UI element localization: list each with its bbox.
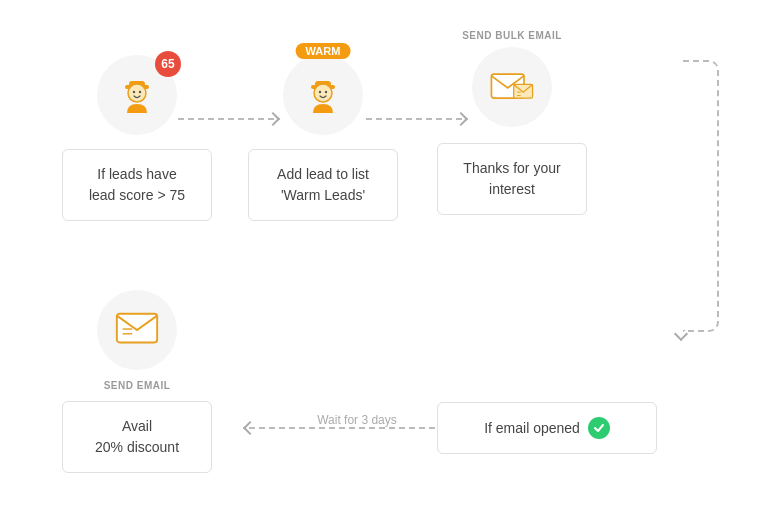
send-bulk-label: SEND BULK EMAIL xyxy=(462,30,562,41)
arrow-wait: Wait for 3 days xyxy=(245,419,465,437)
node4-line2: 20% discount xyxy=(95,439,179,455)
node1-line1: If leads have xyxy=(97,166,176,182)
node-send-email: SEND EMAIL Avail 20% discount xyxy=(62,290,212,473)
warm-badge: WARM xyxy=(296,43,351,59)
node2-line1: Add lead to list xyxy=(277,166,369,182)
node2-card[interactable]: Add lead to list 'Warm Leads' xyxy=(248,149,398,221)
svg-point-8 xyxy=(319,91,321,93)
svg-point-9 xyxy=(325,91,327,93)
svg-point-7 xyxy=(314,84,332,102)
green-check-icon xyxy=(588,417,610,439)
envelope-circle-bulk xyxy=(472,47,552,127)
node5-card[interactable]: If email opened xyxy=(437,402,657,454)
node1-card[interactable]: If leads have lead score > 75 xyxy=(62,149,212,221)
node-bulk-email: SEND BULK EMAIL Thanks for your interest xyxy=(437,30,587,215)
lead-badge: 65 xyxy=(155,51,181,77)
envelope-circle-send xyxy=(97,290,177,370)
wait-label: Wait for 3 days xyxy=(317,413,397,427)
node-lead-score: 65 If leads have lead score > 75 xyxy=(62,55,212,221)
person-warm-icon xyxy=(299,71,347,119)
node4-card[interactable]: Avail 20% discount xyxy=(62,401,212,473)
svg-rect-14 xyxy=(117,314,157,343)
svg-point-3 xyxy=(133,91,135,93)
node-email-opened: If email opened xyxy=(437,388,657,454)
svg-point-4 xyxy=(139,91,141,93)
node5-line1: If email opened xyxy=(484,418,580,439)
envelope-send-icon xyxy=(113,309,161,351)
node3-line2: interest xyxy=(489,181,535,197)
node3-card[interactable]: Thanks for your interest xyxy=(437,143,587,215)
svg-point-2 xyxy=(128,84,146,102)
person-icon xyxy=(113,71,161,119)
node4-line1: Avail xyxy=(122,418,152,434)
node2-line2: 'Warm Leads' xyxy=(281,187,365,203)
warm-circle: WARM xyxy=(283,55,363,135)
envelope-bulk-icon xyxy=(488,66,536,108)
node1-line2: lead score > 75 xyxy=(89,187,185,203)
node-warm-leads: WARM Add lead to list 'Warm Leads' xyxy=(248,55,398,221)
send-email-label: SEND EMAIL xyxy=(104,380,171,391)
person-circle: 65 xyxy=(97,55,177,135)
node3-line1: Thanks for your xyxy=(463,160,560,176)
